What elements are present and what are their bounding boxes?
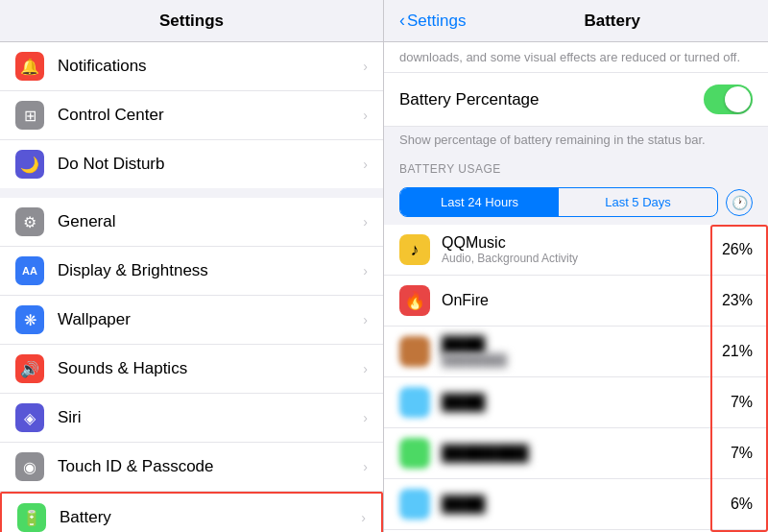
right-content: downloads, and some visual effects are r… [384, 42, 768, 532]
notifications-label: Notifications [58, 57, 363, 76]
tab-5days[interactable]: Last 5 Days [559, 188, 717, 216]
app-row-app6[interactable]: ████6% [384, 479, 768, 530]
app3-app-icon [399, 336, 430, 367]
general-chevron-icon: › [363, 214, 368, 230]
general-icon: ⚙ [15, 207, 44, 236]
settings-list: 🔔Notifications›⊞Control Center›🌙Do Not D… [0, 42, 383, 532]
app4-name: ████ [442, 394, 714, 411]
app4-app-icon [399, 387, 430, 418]
touchid-icon: ◉ [15, 452, 44, 481]
app-list: ♪QQMusicAudio, Background Activity26%🔥On… [384, 225, 768, 532]
control-center-chevron-icon: › [363, 108, 368, 123]
touchid-label: Touch ID & Passcode [58, 457, 363, 476]
app5-name: ████████ [442, 445, 714, 462]
onfire-app-icon: 🔥 [399, 285, 430, 316]
sounds-icon: 🔊 [15, 354, 44, 383]
siri-chevron-icon: › [363, 410, 368, 425]
qqmusic-info: QQMusicAudio, Background Activity [442, 234, 714, 265]
siri-label: Siri [58, 408, 363, 427]
onfire-name: OnFire [442, 292, 714, 309]
battery-usage-section-header: BATTERY USAGE [384, 155, 768, 180]
sounds-label: Sounds & Haptics [58, 359, 363, 378]
notifications-icon: 🔔 [15, 52, 44, 81]
display-label: Display & Brightness [58, 261, 363, 280]
wallpaper-label: Wallpaper [58, 310, 363, 329]
app-row-app4[interactable]: ████7% [384, 377, 768, 428]
app5-app-icon [399, 438, 430, 469]
left-panel-title: Settings [159, 12, 224, 31]
touchid-chevron-icon: › [363, 459, 368, 474]
show-percentage-note: Show percentage of battery remaining in … [384, 127, 768, 155]
app3-info: ████████████ [442, 336, 714, 367]
onfire-percent: 23% [714, 292, 753, 309]
back-chevron-icon: ‹ [399, 11, 405, 31]
left-panel: Settings 🔔Notifications›⊞Control Center›… [0, 0, 384, 532]
settings-group-0: 🔔Notifications›⊞Control Center›🌙Do Not D… [0, 42, 383, 188]
settings-item-notifications[interactable]: 🔔Notifications› [0, 42, 383, 91]
tabs-row: Last 24 Hours Last 5 Days 🕐 [384, 180, 768, 225]
do-not-disturb-chevron-icon: › [363, 157, 368, 172]
app-row-onfire[interactable]: 🔥OnFire23% [384, 276, 768, 326]
clock-button[interactable]: 🕐 [726, 189, 753, 216]
app4-info: ████ [442, 394, 714, 411]
settings-item-siri[interactable]: ◈Siri› [0, 394, 383, 443]
back-button[interactable]: ‹ Settings [399, 11, 466, 31]
app6-app-icon [399, 489, 430, 520]
notifications-chevron-icon: › [363, 59, 368, 74]
back-label: Settings [407, 12, 466, 31]
control-center-label: Control Center [58, 106, 363, 125]
app3-percent: 21% [714, 343, 753, 360]
general-label: General [58, 212, 363, 231]
battery-percentage-toggle[interactable] [704, 85, 753, 114]
siri-icon: ◈ [15, 403, 44, 432]
app5-percent: 7% [714, 445, 753, 462]
settings-item-sounds[interactable]: 🔊Sounds & Haptics› [0, 345, 383, 394]
qqmusic-app-icon: ♪ [399, 234, 430, 265]
onfire-info: OnFire [442, 292, 714, 309]
left-header: Settings [0, 0, 383, 42]
settings-item-touchid[interactable]: ◉Touch ID & Passcode› [0, 443, 383, 492]
settings-group-1: ⚙General›AADisplay & Brightness›❋Wallpap… [0, 198, 383, 532]
app3-name: ████ [442, 336, 714, 353]
settings-item-wallpaper[interactable]: ❋Wallpaper› [0, 296, 383, 345]
app3-subtitle: ████████ [442, 353, 714, 367]
app-row-qqmusic[interactable]: ♪QQMusicAudio, Background Activity26% [384, 225, 768, 276]
toggle-knob [725, 86, 751, 112]
tab-24h[interactable]: Last 24 Hours [400, 188, 559, 216]
qqmusic-percent: 26% [714, 241, 753, 258]
settings-item-general[interactable]: ⚙General› [0, 198, 383, 247]
wallpaper-icon: ❋ [15, 305, 44, 334]
right-panel: ‹ Settings Battery downloads, and some v… [384, 0, 768, 532]
app4-percent: 7% [714, 394, 753, 411]
battery-icon: 🔋 [17, 503, 46, 532]
tab-group: Last 24 Hours Last 5 Days [399, 187, 718, 217]
do-not-disturb-icon: 🌙 [15, 150, 44, 179]
right-panel-title: Battery [471, 12, 753, 31]
settings-item-battery[interactable]: 🔋Battery› [0, 492, 383, 532]
app5-info: ████████ [442, 445, 714, 462]
wallpaper-chevron-icon: › [363, 312, 368, 327]
battery-chevron-icon: › [361, 510, 366, 525]
app6-name: ████ [442, 496, 714, 513]
info-text: downloads, and some visual effects are r… [384, 42, 768, 73]
settings-item-do-not-disturb[interactable]: 🌙Do Not Disturb› [0, 140, 383, 188]
control-center-icon: ⊞ [15, 101, 44, 130]
sounds-chevron-icon: › [363, 361, 368, 376]
qqmusic-subtitle: Audio, Background Activity [442, 252, 714, 265]
clock-icon: 🕐 [732, 195, 748, 210]
settings-item-display[interactable]: AADisplay & Brightness› [0, 247, 383, 296]
battery-label: Battery [60, 508, 361, 527]
qqmusic-name: QQMusic [442, 234, 714, 252]
battery-percentage-label: Battery Percentage [399, 90, 704, 109]
display-icon: AA [15, 256, 44, 285]
display-chevron-icon: › [363, 263, 368, 278]
app6-info: ████ [442, 496, 714, 513]
do-not-disturb-label: Do Not Disturb [58, 155, 363, 174]
battery-percentage-row: Battery Percentage [384, 73, 768, 127]
app-row-app5[interactable]: ████████7% [384, 428, 768, 479]
app6-percent: 6% [714, 496, 753, 513]
settings-item-control-center[interactable]: ⊞Control Center› [0, 91, 383, 140]
app-row-app3[interactable]: ████████████21% [384, 326, 768, 377]
right-header: ‹ Settings Battery [384, 0, 768, 42]
